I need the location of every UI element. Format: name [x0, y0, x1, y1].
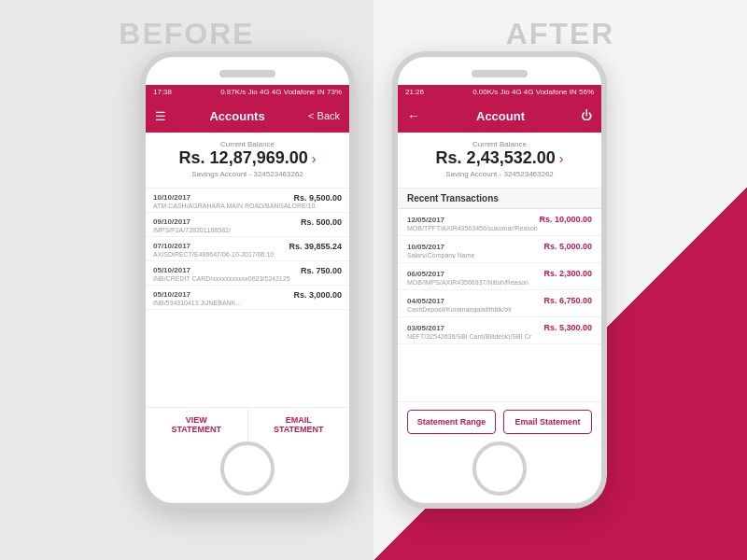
before-transaction-list: 10/10/2017 Rs. 9,500.00 ATM:CASH/AGRAHAR…: [146, 189, 349, 407]
after-phone: 21:26 0.00K/s Jio 4G 4G Vodafone IN 56% …: [392, 51, 607, 509]
view-statement-button[interactable]: VIEWSTATEMENT: [146, 408, 248, 441]
tx-desc: AXISDIRECT/E486647/06-10-2017/06:10: [153, 251, 342, 258]
before-content: Current Balance Rs. 12,87,969.00 › Savin…: [146, 133, 349, 441]
tx-date: 10/10/2017: [153, 193, 190, 203]
table-row: 05/10/2017 Rs. 750.00 INB/CREDIT CARD/xx…: [146, 261, 349, 286]
statement-range-button[interactable]: Statement Range: [407, 410, 496, 434]
table-row: 06/05/2017 Rs. 2,300.00 MOB/IMPS/AXIR435…: [398, 263, 601, 290]
table-row: 12/05/2017 Rs. 10,000.00 MOB/TPFT/AXIR43…: [398, 209, 601, 236]
table-row: 07/10/2017 Rs. 39,855.24 AXISDIRECT/E486…: [146, 237, 349, 261]
tx-amount: Rs. 2,300.00: [543, 269, 592, 278]
back-button[interactable]: < Back: [308, 110, 340, 121]
table-row: 04/05/2017 Rs. 6,750.00 CashDeposit/Kora…: [398, 290, 601, 317]
tx-desc: INB/534310413 JIJNEBANK...: [153, 300, 342, 306]
table-row: 10/10/2017 Rs. 9,500.00 ATM:CASH/AGRAHAR…: [146, 189, 349, 213]
after-header-title: Account: [420, 109, 581, 123]
tx-date: 05/10/2017: [153, 290, 190, 300]
tx-desc: NEFT/32542636/SBI Card(Billdesk)/SBI Cr: [407, 333, 592, 340]
after-balance-section: Current Balance Rs. 2,43,532.00 › Saving…: [398, 133, 601, 189]
tx-desc: INB/CREDIT CARD/xxxxxxxxxxx0623/5243125: [153, 275, 342, 282]
after-account-number: Saving Account - 324523463262: [409, 170, 590, 178]
before-signal-info: 0.87K/s Jio 4G 4G Vodafone IN 73%: [220, 88, 342, 96]
after-header: ← Account ⏻: [398, 99, 601, 133]
tx-desc: ATM:CASH/AGRAHARA MAIN ROAD/BANGALORE/10: [153, 203, 342, 209]
tx-desc: IMPS/P2A/728201186582/: [153, 227, 342, 233]
after-status-bar: 21:26 0.00K/s Jio 4G 4G Vodafone IN 56%: [398, 85, 601, 99]
email-statement-button-before[interactable]: EMAILSTATEMENT: [248, 408, 350, 441]
table-row: 03/05/2017 Rs. 5,300.00 NEFT/32542636/SB…: [398, 317, 601, 344]
tx-desc: Salary/Company Name: [407, 252, 592, 259]
after-transaction-list: 12/05/2017 Rs. 10,000.00 MOB/TPFT/AXIR43…: [398, 209, 601, 401]
tx-amount: Rs. 5,000.00: [543, 242, 592, 251]
after-time: 21:26: [405, 88, 424, 96]
tx-desc: MOB/TPFT/AXIR43563456/sukumar/Reason: [407, 225, 592, 231]
tx-amount: Rs. 750.00: [301, 266, 342, 275]
tx-amount: Rs. 500.00: [301, 217, 342, 227]
table-row: 10/05/2017 Rs. 5,000.00 Salary/Company N…: [398, 236, 601, 263]
after-balance-label: Current Balance: [409, 140, 590, 148]
before-balance-amount: Rs. 12,87,969.00: [179, 148, 308, 168]
tx-desc: MOB/IMPS/AXIR43566937/Nitish/Reason: [407, 279, 592, 286]
tx-date: 09/10/2017: [153, 217, 190, 227]
tx-amount: Rs. 10,000.00: [539, 215, 592, 224]
before-header-title: Accounts: [166, 109, 308, 123]
tx-amount: Rs. 3,000.00: [293, 290, 342, 300]
before-phone: 17:38 0.87K/s Jio 4G 4G Vodafone IN 73% …: [140, 51, 355, 509]
after-bottom-buttons: Statement Range Email Statement: [398, 401, 601, 441]
before-balance-section: Current Balance Rs. 12,87,969.00 › Savin…: [146, 133, 349, 189]
tx-amount: Rs. 5,300.00: [543, 323, 592, 332]
table-row: 05/10/2017 Rs. 3,000.00 INB/534310413 JI…: [146, 286, 349, 310]
before-balance-label: Current Balance: [157, 140, 338, 148]
before-status-bar: 17:38 0.87K/s Jio 4G 4G Vodafone IN 73%: [146, 85, 349, 99]
before-account-number: Savings Account - 324523463262: [157, 170, 338, 178]
tx-date: 12/05/2017: [407, 216, 444, 224]
tx-date: 05/10/2017: [153, 266, 190, 275]
power-icon[interactable]: ⏻: [581, 109, 592, 122]
tx-date: 07/10/2017: [153, 242, 190, 251]
tx-amount: Rs. 6,750.00: [543, 296, 592, 305]
tx-desc: CashDeposit/Koramangala8thblk/blr: [407, 306, 592, 313]
before-header: ☰ Accounts < Back: [146, 99, 349, 133]
after-balance-arrow[interactable]: ›: [559, 151, 564, 166]
back-arrow-icon[interactable]: ←: [407, 108, 420, 123]
tx-date: 10/05/2017: [407, 243, 444, 251]
menu-icon[interactable]: ☰: [155, 109, 166, 123]
before-time: 17:38: [153, 88, 172, 96]
transactions-header: Recent Transactions: [398, 189, 601, 209]
tx-date: 06/05/2017: [407, 270, 444, 278]
after-signal-info: 0.00K/s Jio 4G 4G Vodafone IN 56%: [472, 88, 594, 96]
table-row: 09/10/2017 Rs. 500.00 IMPS/P2A/728201186…: [146, 213, 349, 237]
tx-date: 04/05/2017: [407, 297, 444, 305]
email-statement-button[interactable]: Email Statement: [503, 410, 592, 434]
before-balance-arrow[interactable]: ›: [312, 151, 317, 166]
tx-amount: Rs. 39,855.24: [289, 242, 342, 251]
before-bottom-buttons: VIEWSTATEMENT EMAILSTATEMENT: [146, 407, 349, 441]
after-content: Current Balance Rs. 2,43,532.00 › Saving…: [398, 133, 601, 441]
tx-amount: Rs. 9,500.00: [293, 193, 342, 203]
after-balance-amount: Rs. 2,43,532.00: [436, 148, 556, 168]
tx-date: 03/05/2017: [407, 324, 444, 332]
